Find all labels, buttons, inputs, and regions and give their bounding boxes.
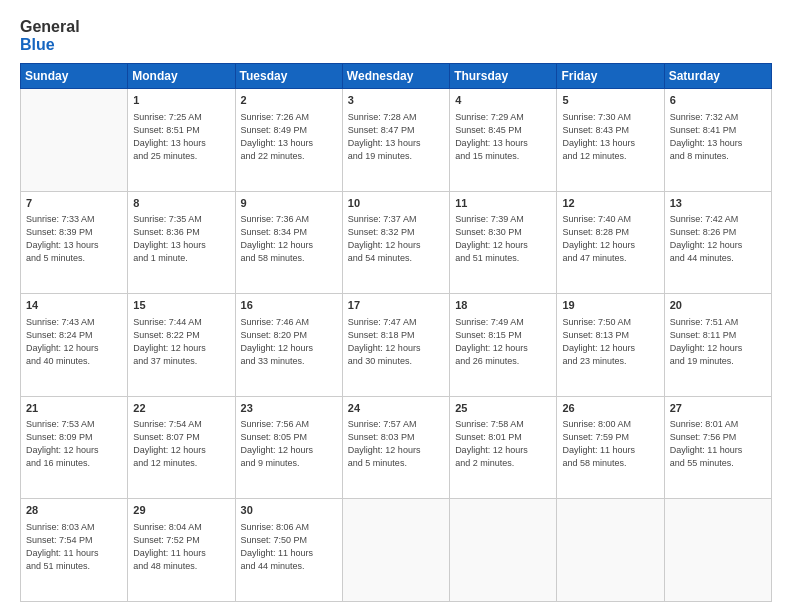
day-number: 20 xyxy=(670,298,766,313)
calendar-cell: 3Sunrise: 7:28 AM Sunset: 8:47 PM Daylig… xyxy=(342,89,449,192)
calendar-cell: 4Sunrise: 7:29 AM Sunset: 8:45 PM Daylig… xyxy=(450,89,557,192)
calendar-cell xyxy=(557,499,664,602)
day-info: Sunrise: 7:28 AM Sunset: 8:47 PM Dayligh… xyxy=(348,111,444,163)
day-number: 30 xyxy=(241,503,337,518)
day-info: Sunrise: 7:39 AM Sunset: 8:30 PM Dayligh… xyxy=(455,213,551,265)
day-number: 9 xyxy=(241,196,337,211)
day-info: Sunrise: 7:32 AM Sunset: 8:41 PM Dayligh… xyxy=(670,111,766,163)
calendar-week-row: 14Sunrise: 7:43 AM Sunset: 8:24 PM Dayli… xyxy=(21,294,772,397)
day-number: 3 xyxy=(348,93,444,108)
calendar-cell: 26Sunrise: 8:00 AM Sunset: 7:59 PM Dayli… xyxy=(557,396,664,499)
calendar-header-tuesday: Tuesday xyxy=(235,64,342,89)
day-info: Sunrise: 8:06 AM Sunset: 7:50 PM Dayligh… xyxy=(241,521,337,573)
day-info: Sunrise: 7:42 AM Sunset: 8:26 PM Dayligh… xyxy=(670,213,766,265)
calendar-cell: 28Sunrise: 8:03 AM Sunset: 7:54 PM Dayli… xyxy=(21,499,128,602)
calendar-week-row: 1Sunrise: 7:25 AM Sunset: 8:51 PM Daylig… xyxy=(21,89,772,192)
day-number: 10 xyxy=(348,196,444,211)
day-info: Sunrise: 7:37 AM Sunset: 8:32 PM Dayligh… xyxy=(348,213,444,265)
day-number: 8 xyxy=(133,196,229,211)
calendar-table: SundayMondayTuesdayWednesdayThursdayFrid… xyxy=(20,63,772,602)
day-number: 27 xyxy=(670,401,766,416)
day-number: 13 xyxy=(670,196,766,211)
day-info: Sunrise: 7:29 AM Sunset: 8:45 PM Dayligh… xyxy=(455,111,551,163)
day-number: 25 xyxy=(455,401,551,416)
day-info: Sunrise: 7:44 AM Sunset: 8:22 PM Dayligh… xyxy=(133,316,229,368)
calendar-header-monday: Monday xyxy=(128,64,235,89)
calendar-cell xyxy=(450,499,557,602)
day-info: Sunrise: 8:04 AM Sunset: 7:52 PM Dayligh… xyxy=(133,521,229,573)
day-info: Sunrise: 7:46 AM Sunset: 8:20 PM Dayligh… xyxy=(241,316,337,368)
calendar-header-wednesday: Wednesday xyxy=(342,64,449,89)
day-info: Sunrise: 7:51 AM Sunset: 8:11 PM Dayligh… xyxy=(670,316,766,368)
calendar-cell: 25Sunrise: 7:58 AM Sunset: 8:01 PM Dayli… xyxy=(450,396,557,499)
day-info: Sunrise: 8:01 AM Sunset: 7:56 PM Dayligh… xyxy=(670,418,766,470)
calendar-cell: 2Sunrise: 7:26 AM Sunset: 8:49 PM Daylig… xyxy=(235,89,342,192)
day-number: 15 xyxy=(133,298,229,313)
day-info: Sunrise: 7:33 AM Sunset: 8:39 PM Dayligh… xyxy=(26,213,122,265)
day-number: 19 xyxy=(562,298,658,313)
calendar-week-row: 7Sunrise: 7:33 AM Sunset: 8:39 PM Daylig… xyxy=(21,191,772,294)
day-number: 4 xyxy=(455,93,551,108)
calendar-cell: 18Sunrise: 7:49 AM Sunset: 8:15 PM Dayli… xyxy=(450,294,557,397)
day-info: Sunrise: 7:56 AM Sunset: 8:05 PM Dayligh… xyxy=(241,418,337,470)
day-info: Sunrise: 7:50 AM Sunset: 8:13 PM Dayligh… xyxy=(562,316,658,368)
day-number: 16 xyxy=(241,298,337,313)
calendar-cell: 30Sunrise: 8:06 AM Sunset: 7:50 PM Dayli… xyxy=(235,499,342,602)
calendar-cell: 11Sunrise: 7:39 AM Sunset: 8:30 PM Dayli… xyxy=(450,191,557,294)
calendar-cell xyxy=(21,89,128,192)
calendar-cell: 29Sunrise: 8:04 AM Sunset: 7:52 PM Dayli… xyxy=(128,499,235,602)
calendar-cell: 9Sunrise: 7:36 AM Sunset: 8:34 PM Daylig… xyxy=(235,191,342,294)
day-number: 17 xyxy=(348,298,444,313)
day-number: 6 xyxy=(670,93,766,108)
calendar-cell: 21Sunrise: 7:53 AM Sunset: 8:09 PM Dayli… xyxy=(21,396,128,499)
calendar-header-friday: Friday xyxy=(557,64,664,89)
calendar-cell: 13Sunrise: 7:42 AM Sunset: 8:26 PM Dayli… xyxy=(664,191,771,294)
logo: General Blue General Blue xyxy=(20,18,80,53)
day-number: 18 xyxy=(455,298,551,313)
day-number: 28 xyxy=(26,503,122,518)
calendar-cell xyxy=(342,499,449,602)
day-info: Sunrise: 7:35 AM Sunset: 8:36 PM Dayligh… xyxy=(133,213,229,265)
day-info: Sunrise: 7:47 AM Sunset: 8:18 PM Dayligh… xyxy=(348,316,444,368)
day-info: Sunrise: 7:49 AM Sunset: 8:15 PM Dayligh… xyxy=(455,316,551,368)
day-info: Sunrise: 7:53 AM Sunset: 8:09 PM Dayligh… xyxy=(26,418,122,470)
calendar-cell: 14Sunrise: 7:43 AM Sunset: 8:24 PM Dayli… xyxy=(21,294,128,397)
day-number: 22 xyxy=(133,401,229,416)
calendar-week-row: 28Sunrise: 8:03 AM Sunset: 7:54 PM Dayli… xyxy=(21,499,772,602)
day-number: 26 xyxy=(562,401,658,416)
header: General Blue General Blue xyxy=(20,18,772,53)
calendar-cell: 6Sunrise: 7:32 AM Sunset: 8:41 PM Daylig… xyxy=(664,89,771,192)
day-info: Sunrise: 7:30 AM Sunset: 8:43 PM Dayligh… xyxy=(562,111,658,163)
calendar-cell: 1Sunrise: 7:25 AM Sunset: 8:51 PM Daylig… xyxy=(128,89,235,192)
day-number: 24 xyxy=(348,401,444,416)
calendar-cell: 15Sunrise: 7:44 AM Sunset: 8:22 PM Dayli… xyxy=(128,294,235,397)
day-info: Sunrise: 7:57 AM Sunset: 8:03 PM Dayligh… xyxy=(348,418,444,470)
day-number: 21 xyxy=(26,401,122,416)
day-info: Sunrise: 8:00 AM Sunset: 7:59 PM Dayligh… xyxy=(562,418,658,470)
calendar-header-thursday: Thursday xyxy=(450,64,557,89)
day-number: 1 xyxy=(133,93,229,108)
day-number: 11 xyxy=(455,196,551,211)
calendar-cell: 7Sunrise: 7:33 AM Sunset: 8:39 PM Daylig… xyxy=(21,191,128,294)
day-info: Sunrise: 7:43 AM Sunset: 8:24 PM Dayligh… xyxy=(26,316,122,368)
calendar-week-row: 21Sunrise: 7:53 AM Sunset: 8:09 PM Dayli… xyxy=(21,396,772,499)
day-info: Sunrise: 7:58 AM Sunset: 8:01 PM Dayligh… xyxy=(455,418,551,470)
calendar-cell: 19Sunrise: 7:50 AM Sunset: 8:13 PM Dayli… xyxy=(557,294,664,397)
calendar-cell: 5Sunrise: 7:30 AM Sunset: 8:43 PM Daylig… xyxy=(557,89,664,192)
day-number: 14 xyxy=(26,298,122,313)
calendar-cell: 20Sunrise: 7:51 AM Sunset: 8:11 PM Dayli… xyxy=(664,294,771,397)
calendar-cell: 12Sunrise: 7:40 AM Sunset: 8:28 PM Dayli… xyxy=(557,191,664,294)
logo-line1: General xyxy=(20,18,80,36)
calendar-cell: 22Sunrise: 7:54 AM Sunset: 8:07 PM Dayli… xyxy=(128,396,235,499)
calendar-header-sunday: Sunday xyxy=(21,64,128,89)
calendar-cell: 24Sunrise: 7:57 AM Sunset: 8:03 PM Dayli… xyxy=(342,396,449,499)
day-info: Sunrise: 7:54 AM Sunset: 8:07 PM Dayligh… xyxy=(133,418,229,470)
calendar-header-saturday: Saturday xyxy=(664,64,771,89)
day-info: Sunrise: 7:26 AM Sunset: 8:49 PM Dayligh… xyxy=(241,111,337,163)
logo-line2: Blue xyxy=(20,36,80,54)
day-number: 2 xyxy=(241,93,337,108)
calendar-cell: 17Sunrise: 7:47 AM Sunset: 8:18 PM Dayli… xyxy=(342,294,449,397)
calendar-header-row: SundayMondayTuesdayWednesdayThursdayFrid… xyxy=(21,64,772,89)
day-number: 5 xyxy=(562,93,658,108)
calendar-cell: 8Sunrise: 7:35 AM Sunset: 8:36 PM Daylig… xyxy=(128,191,235,294)
